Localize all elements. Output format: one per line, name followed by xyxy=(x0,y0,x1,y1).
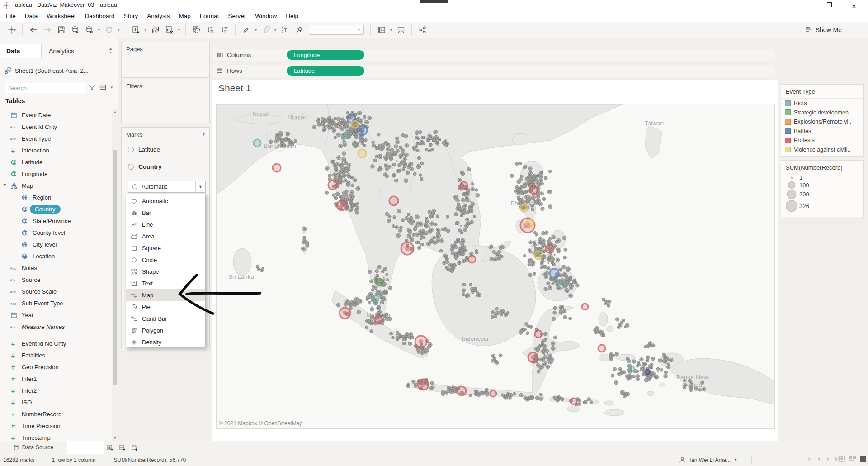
menu-story[interactable]: Story xyxy=(119,11,143,22)
field-source[interactable]: AbcSource xyxy=(0,274,112,285)
field-timestamp[interactable]: #Timestamp xyxy=(0,432,112,441)
field-inter2[interactable]: #Inter2 xyxy=(0,385,112,396)
swap-rows-columns-button[interactable] xyxy=(189,24,203,37)
map-view[interactable]: NepalBhutanBangladeshTaiwanSri LankaPhil… xyxy=(216,104,775,429)
highlight-caret[interactable]: ▼ xyxy=(253,24,259,37)
columns-shelf[interactable]: Columns Longitude xyxy=(212,49,775,61)
clear-sheet-caret[interactable]: ▼ xyxy=(176,24,182,37)
field-longitude[interactable]: Longitude xyxy=(0,168,112,180)
search-input[interactable] xyxy=(5,85,88,91)
mark-type-map[interactable]: Map xyxy=(126,289,205,301)
save-button[interactable] xyxy=(54,24,68,37)
field-year[interactable]: Year xyxy=(0,309,112,321)
nav-prev-icon[interactable] xyxy=(816,456,821,461)
sort-ascending-button[interactable] xyxy=(203,24,217,37)
mark-type-pie[interactable]: Pie xyxy=(126,301,205,313)
run-update-button[interactable] xyxy=(102,24,116,37)
legend-item-battles[interactable]: Battles xyxy=(781,127,863,136)
legend-item-strategic-developmen[interactable]: Strategic developmen.. xyxy=(781,108,863,118)
view-filmstrip-icon[interactable] xyxy=(849,456,856,462)
menu-worksheet[interactable]: Worksheet xyxy=(42,11,80,22)
field-numberrecord[interactable]: =#NumberRecord xyxy=(0,408,112,420)
data-source-connection[interactable]: Sheet1 (Southeast-Asia_2... xyxy=(5,66,115,76)
fit-selector[interactable]: ▼ xyxy=(309,25,364,35)
group-members-caret[interactable]: ▼ xyxy=(273,24,278,37)
sort-descending-button[interactable] xyxy=(217,24,231,37)
pane-updown-icon[interactable] xyxy=(108,48,113,54)
field-city-level[interactable]: City-level xyxy=(0,238,112,250)
field-location[interactable]: Location xyxy=(0,250,112,262)
marks-pill-latitude[interactable]: Latitude xyxy=(122,141,209,158)
field-event-id-no-cnty[interactable]: #Event Id No Cnty xyxy=(0,338,112,349)
mark-type-bar[interactable]: Bar xyxy=(126,207,205,219)
new-worksheet-button[interactable] xyxy=(129,24,143,37)
new-worksheet-caret[interactable]: ▼ xyxy=(143,24,148,37)
marks-pill-country[interactable]: Country xyxy=(122,158,209,175)
nav-next-icon[interactable] xyxy=(826,456,830,461)
size-legend-item-326[interactable]: 326 xyxy=(781,200,863,212)
show-hide-cards-caret[interactable]: ▼ xyxy=(388,24,394,37)
field-event-date[interactable]: Event Date xyxy=(0,109,112,121)
legend-item-explosions-remote-vi[interactable]: Explosions/Remote vi.. xyxy=(781,117,863,127)
field-event-type[interactable]: AbcEvent Type xyxy=(0,133,112,144)
view-options-caret[interactable]: ▼ xyxy=(110,86,113,90)
field-sub-event-type[interactable]: AbcSub Event Type xyxy=(0,297,112,309)
restore-button[interactable] xyxy=(816,0,839,12)
pages-card[interactable]: Pages xyxy=(121,42,210,78)
show-hide-cards-button[interactable] xyxy=(374,24,388,37)
mark-type-density[interactable]: Density xyxy=(126,336,205,348)
field-measure-names[interactable]: AbcMeasure Names xyxy=(0,321,112,333)
field-iso[interactable]: #ISO xyxy=(0,396,112,408)
mark-type-polygon[interactable]: Polygon xyxy=(126,324,205,336)
view-options-icon[interactable] xyxy=(99,84,106,90)
field-event-id-cnty[interactable]: AbcEvent Id Cnty xyxy=(0,121,112,133)
tab-sheet1[interactable] xyxy=(67,441,104,454)
share-button[interactable] xyxy=(415,24,429,37)
minimize-button[interactable] xyxy=(790,0,813,12)
field-fatalities[interactable]: #Fatalities xyxy=(0,349,112,361)
mark-type-area[interactable]: Area xyxy=(126,230,205,242)
menu-server[interactable]: Server xyxy=(223,11,250,22)
new-story-tab-button[interactable] xyxy=(128,441,141,454)
pause-updates-caret[interactable]: ▼ xyxy=(96,24,102,37)
search-box[interactable] xyxy=(5,83,85,93)
highlight-button[interactable] xyxy=(239,24,253,37)
menu-format[interactable]: Format xyxy=(195,11,224,22)
menu-help[interactable]: Help xyxy=(281,11,303,22)
view-presentation-icon[interactable] xyxy=(860,456,866,462)
duplicate-button[interactable] xyxy=(148,24,162,37)
new-data-source-button[interactable] xyxy=(68,24,82,37)
field-inter1[interactable]: #Inter1 xyxy=(0,373,112,385)
field-region[interactable]: Region xyxy=(0,191,112,203)
field-notes[interactable]: AbcNotes xyxy=(0,262,112,274)
presentation-mode-button[interactable] xyxy=(394,24,408,37)
size-legend-item-1[interactable]: 1 xyxy=(781,174,863,181)
scrollbar-thumb[interactable] xyxy=(113,150,117,385)
tab-data[interactable]: Data xyxy=(0,44,42,58)
mark-type-gantt-bar[interactable]: Gantt Bar xyxy=(126,313,205,324)
mark-type-circle[interactable]: Circle xyxy=(126,254,205,266)
show-mark-labels-button[interactable] xyxy=(278,24,292,37)
marks-card-caret[interactable]: ▼ xyxy=(202,132,206,137)
scroll-down-icon[interactable]: ▼ xyxy=(112,435,118,441)
size-legend-item-200[interactable]: 200 xyxy=(781,189,863,200)
menu-file[interactable]: File xyxy=(1,11,20,22)
field-county-level[interactable]: County-level xyxy=(0,227,112,238)
scroll-up-icon[interactable]: ▲ xyxy=(112,109,118,115)
menu-map[interactable]: Map xyxy=(174,11,195,22)
filters-card[interactable]: Filters xyxy=(121,79,210,123)
legend-item-violence-against-civili[interactable]: Violence against civili.. xyxy=(781,145,863,155)
field-map[interactable]: ▼Map xyxy=(0,180,112,191)
undo-button[interactable] xyxy=(26,24,40,37)
mark-type-select[interactable]: Automatic ▼ xyxy=(128,181,206,193)
field-time-precision[interactable]: #Time Precision xyxy=(0,420,112,432)
run-update-caret[interactable]: ▼ xyxy=(116,24,121,37)
close-button[interactable]: × xyxy=(843,0,865,12)
fix-axes-pin-button[interactable] xyxy=(292,24,306,37)
field-geo-precision[interactable]: #Geo Precision xyxy=(0,361,112,373)
pause-auto-updates-button[interactable] xyxy=(82,24,96,37)
tableau-logo-button[interactable] xyxy=(5,24,19,37)
mark-type-shape[interactable]: Shape xyxy=(126,266,205,277)
tab-data-source[interactable]: Data Source xyxy=(0,441,67,454)
rows-shelf[interactable]: Rows Latitude xyxy=(212,65,775,77)
